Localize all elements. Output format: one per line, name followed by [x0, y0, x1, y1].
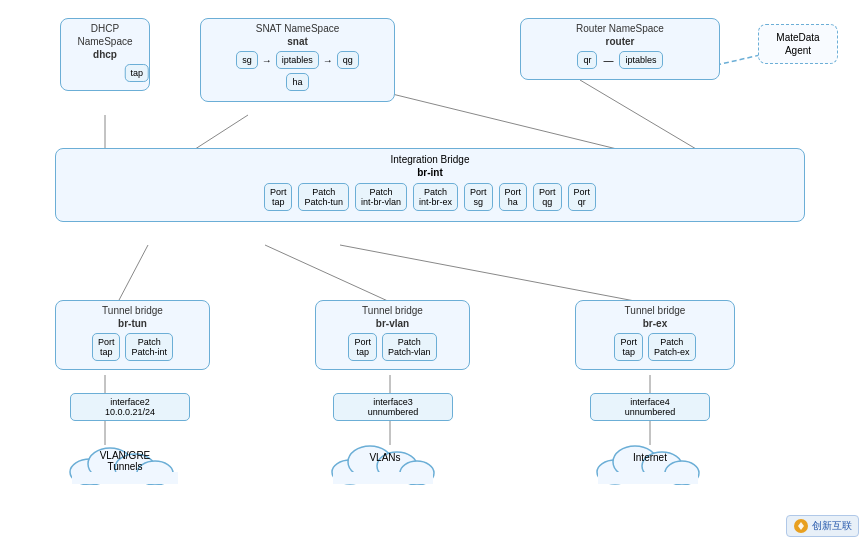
int-port-qr: Portqr [568, 183, 597, 211]
arrow-right-2: → [323, 55, 333, 66]
vlan-title: Tunnel bridge [316, 301, 469, 318]
router-iptables-port: iptables [619, 51, 662, 69]
svg-line-5 [265, 245, 390, 302]
interface2-box: interface210.0.0.21/24 [70, 393, 190, 421]
dhcp-ns-subtitle: dhcp [61, 49, 149, 64]
watermark: 创新互联 [786, 515, 859, 537]
internet-cloud: Internet [590, 440, 710, 487]
snat-iptables-port: iptables [276, 51, 319, 69]
vlan-port-tap: Porttap [348, 333, 377, 361]
diagram: DHCP NameSpace dhcp tap SNAT NameSpace s… [0, 0, 867, 545]
int-port-tap: Porttap [264, 183, 293, 211]
dhcp-tap-port: tap [124, 64, 149, 82]
int-port-patch-br-vlan: Patchint-br-vlan [355, 183, 407, 211]
dhcp-ns-title: DHCP NameSpace [61, 19, 149, 49]
svg-rect-28 [598, 472, 698, 484]
int-port-patch-tun: PatchPatch-tun [298, 183, 349, 211]
tun-port-tap: Porttap [92, 333, 121, 361]
ex-port-patch-ex: PatchPatch-ex [648, 333, 696, 361]
int-port-ha: Portha [499, 183, 528, 211]
int-port-qg: Portqg [533, 183, 562, 211]
snat-sg-port: sg [236, 51, 258, 69]
tun-port-patch-int: PatchPatch-int [125, 333, 173, 361]
vlan-port-patch-vlan: PatchPatch-vlan [382, 333, 437, 361]
tunnel-bridge-tun: Tunnel bridge br-tun Porttap PatchPatch-… [55, 300, 210, 370]
arrow-right-3: — [603, 55, 613, 66]
router-namespace: Router NameSpace router qr — iptables [520, 18, 720, 80]
snat-ns-title: SNAT NameSpace [201, 19, 394, 36]
int-port-patch-br-ex: Patchint-br-ex [413, 183, 458, 211]
router-qr-port: qr [577, 51, 597, 69]
metadata-agent-label: MateDataAgent [776, 32, 819, 56]
arrow-right-1: → [262, 55, 272, 66]
tun-title: Tunnel bridge [56, 301, 209, 318]
router-ns-subtitle: router [521, 36, 719, 51]
svg-rect-23 [333, 472, 433, 484]
integration-bridge: Integration Bridge br-int Porttap PatchP… [55, 148, 805, 222]
tunnel-bridge-ex: Tunnel bridge br-ex Porttap PatchPatch-e… [575, 300, 735, 370]
ex-subtitle: br-ex [576, 318, 734, 333]
svg-line-6 [340, 245, 640, 302]
router-ns-title: Router NameSpace [521, 19, 719, 36]
int-bridge-subtitle: br-int [56, 167, 804, 183]
snat-namespace: SNAT NameSpace snat sg → iptables → qg h… [200, 18, 395, 102]
snat-ns-subtitle: snat [201, 36, 394, 51]
interface3-box: interface3unnumbered [333, 393, 453, 421]
watermark-icon [793, 518, 809, 534]
vlan-subtitle: br-vlan [316, 318, 469, 333]
snat-ha-port: ha [286, 73, 308, 91]
int-port-sg: Portsg [464, 183, 493, 211]
ex-port-tap: Porttap [614, 333, 643, 361]
vlan-gre-label: VLAN/GRETunnels [60, 450, 190, 472]
vlans-cloud: VLANs [325, 440, 445, 487]
vlans-label: VLANs [325, 452, 445, 463]
internet-label: Internet [590, 452, 710, 463]
tun-subtitle: br-tun [56, 318, 209, 333]
svg-line-4 [118, 245, 148, 302]
tunnel-bridge-vlan: Tunnel bridge br-vlan Porttap PatchPatch… [315, 300, 470, 370]
vlan-gre-cloud: VLAN/GRETunnels [60, 440, 190, 487]
watermark-text: 创新互联 [812, 519, 852, 533]
int-bridge-title: Integration Bridge [56, 149, 804, 167]
dhcp-namespace: DHCP NameSpace dhcp tap [60, 18, 150, 91]
ex-title: Tunnel bridge [576, 301, 734, 318]
snat-qg-port: qg [337, 51, 359, 69]
metadata-agent-box: MateDataAgent [758, 24, 838, 64]
svg-rect-18 [72, 472, 178, 484]
interface4-box: interface4unnumbered [590, 393, 710, 421]
